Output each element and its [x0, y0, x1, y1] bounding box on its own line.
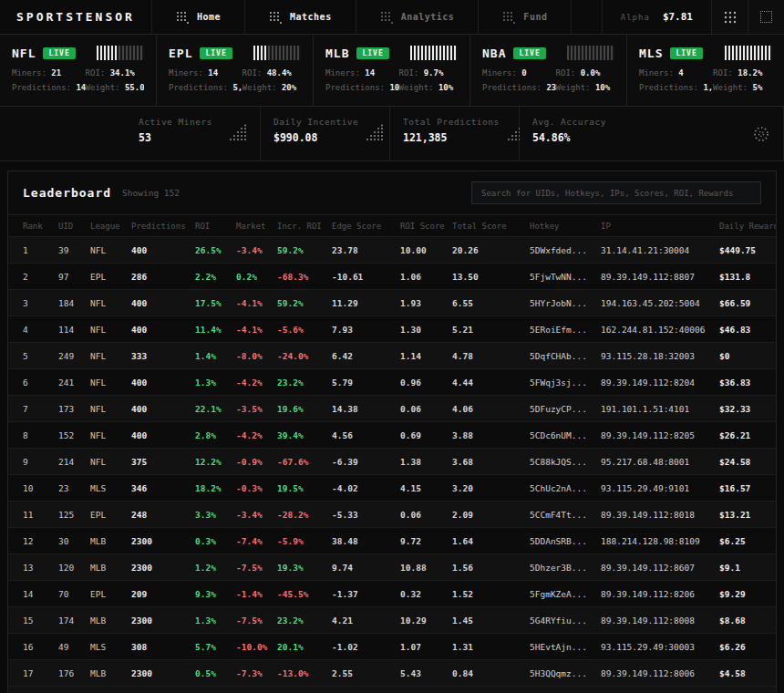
- cell-market: -7.5%: [236, 563, 277, 573]
- table-row[interactable]: 11 125 EPL 248 3.3% -3.4% -28.2% -5.33 0…: [8, 501, 776, 527]
- column-header[interactable]: League: [90, 222, 131, 231]
- league-card: EPL LIVE Miners: 14 ROI: 48.4% Predictio…: [157, 35, 314, 106]
- cell-total-score: 2.09: [452, 510, 530, 520]
- table-row[interactable]: 6 241 NFL 400 1.3% -4.2% 23.2% 5.79 0.96…: [8, 368, 776, 395]
- league-predictions: Predictions: 100,267: [325, 83, 399, 92]
- table-row[interactable]: 8 152 NFL 400 2.8% -4.2% 39.4% 4.56 0.69…: [8, 421, 776, 448]
- league-card: NBA LIVE Miners: 0 ROI: 0.0% Predictions…: [470, 35, 627, 106]
- cell-hotkey: 5HYrJobN...: [530, 298, 601, 308]
- nav-tab[interactable]: Home: [152, 0, 245, 34]
- frame-select-button[interactable]: [748, 0, 784, 34]
- cell-market: -4.2%: [236, 378, 277, 388]
- nav-tab[interactable]: Fund: [479, 0, 572, 34]
- table-row[interactable]: 10 23 MLS 346 18.2% -0.3% 19.5% -4.02 4.…: [8, 474, 776, 501]
- dots-grid-icon: [724, 11, 737, 24]
- table-row[interactable]: 2 97 EPL 286 2.2% 0.2% -68.3% -10.61 1.0…: [8, 263, 776, 289]
- nav-tab[interactable]: Matches: [245, 0, 356, 34]
- nav-tab-label: Fund: [523, 12, 547, 22]
- cell-ip: 93.115.29.49:30003: [601, 642, 719, 652]
- cell-hotkey: 5CCmF4Tt...: [530, 510, 601, 520]
- cell-edge-score: 4.56: [332, 430, 400, 440]
- column-header[interactable]: Daily Reward: [719, 222, 776, 231]
- cell-incr-roi: 23.2%: [277, 615, 332, 626]
- summary-stat-value: 54.86%: [532, 131, 606, 144]
- cell-uid: 120: [58, 563, 90, 573]
- cell-market: -0.9%: [236, 457, 277, 467]
- table-row[interactable]: 3 184 NFL 400 17.5% -4.1% 59.2% 11.29 1.…: [8, 289, 776, 315]
- column-header[interactable]: Hotkey: [530, 222, 601, 231]
- cell-market: -3.4%: [236, 510, 277, 520]
- column-header[interactable]: Total Score: [452, 222, 530, 231]
- cell-roi-score: 1.14: [400, 351, 452, 361]
- cell-league: NFL: [90, 298, 131, 308]
- cell-daily-reward: $16.57: [719, 483, 776, 493]
- column-header[interactable]: Market: [236, 222, 277, 231]
- cell-edge-score: -1.02: [332, 642, 400, 652]
- cell-roi: 12.2%: [195, 457, 236, 467]
- nav-tab-label: Analytics: [401, 12, 455, 22]
- table-row[interactable]: 15 174 MLB 2300 1.3% -7.5% 23.2% 4.21 10…: [8, 606, 776, 633]
- column-header[interactable]: IP: [601, 222, 719, 231]
- column-header[interactable]: ROI: [195, 222, 236, 231]
- table-row[interactable]: 7 173 NFL 400 22.1% -3.5% 19.6% 14.38 0.…: [8, 395, 776, 421]
- cell-incr-roi: 20.1%: [277, 642, 332, 652]
- table-row[interactable]: 4 114 NFL 400 11.4% -4.1% -5.6% 7.93 1.3…: [8, 315, 776, 342]
- cell-market: -0.3%: [236, 483, 277, 493]
- dot-grid-icon: [269, 11, 282, 24]
- cell-predictions: 346: [131, 483, 195, 493]
- table-row[interactable]: 14 70 EPL 209 9.3% -1.4% -45.5% -1.37 0.…: [8, 580, 776, 606]
- live-badge: LIVE: [356, 47, 388, 59]
- cell-incr-roi: 39.4%: [277, 430, 332, 440]
- leaderboard-search-input[interactable]: [471, 181, 761, 204]
- cell-incr-roi: -67.6%: [277, 457, 332, 467]
- column-header[interactable]: Edge Score: [332, 222, 400, 231]
- table-row[interactable]: 9 214 NFL 375 12.2% -0.9% -67.6% -6.39 1…: [8, 448, 776, 474]
- table-row[interactable]: 12 30 MLB 2300 0.3% -7.4% -5.9% 38.48 9.…: [8, 527, 776, 553]
- live-badge: LIVE: [670, 47, 702, 59]
- table-row[interactable]: 5 249 NFL 333 1.4% -8.0% -24.0% 6.42 1.1…: [8, 342, 776, 368]
- column-header[interactable]: UID: [58, 222, 90, 231]
- column-header[interactable]: Incr. ROI: [277, 222, 332, 231]
- grid-menu-button[interactable]: [711, 0, 748, 34]
- summary-stat-card: Daily Incentive $990.08: [261, 107, 390, 160]
- column-header[interactable]: ROI Score: [400, 222, 452, 231]
- table-row[interactable]: 16 49 MLS 308 5.7% -10.0% 20.1% -1.02 1.…: [8, 633, 776, 659]
- cell-market: 0.2%: [236, 272, 277, 282]
- cell-predictions: 375: [131, 457, 195, 467]
- cell-incr-roi: -5.9%: [277, 536, 332, 546]
- column-header[interactable]: Predictions: [131, 222, 195, 231]
- summary-stat-label: Active Miners: [139, 117, 212, 127]
- cell-predictions: 308: [131, 642, 195, 652]
- league-roi: ROI: 18.2%: [713, 68, 772, 78]
- alpha-price: Alpha $7.81: [602, 0, 711, 34]
- table-row[interactable]: 17 176 MLB 2300 0.5% -7.3% -13.0% 2.55 5…: [8, 659, 776, 686]
- nav-tab[interactable]: Analytics: [356, 0, 480, 34]
- cell-daily-reward: $13.21: [719, 510, 776, 520]
- cell-roi: 18.2%: [195, 483, 236, 493]
- table-row[interactable]: 13 120 MLB 2300 1.2% -7.5% 19.3% 9.74 10…: [8, 553, 776, 580]
- cell-league: NFL: [90, 457, 131, 467]
- table-header-row: Rank UID League Predictions ROI Market I…: [8, 214, 776, 236]
- table-row[interactable]: 1 39 NFL 400 26.5% -3.4% 59.2% 23.78 10.…: [8, 236, 776, 263]
- cell-uid: 23: [58, 483, 90, 493]
- cell-roi-score: 10.29: [400, 615, 452, 626]
- cell-ip: 162.244.81.152:40006: [601, 325, 719, 335]
- cell-market: -3.4%: [236, 245, 277, 255]
- cell-total-score: 3.20: [452, 483, 530, 493]
- cell-edge-score: 14.38: [332, 404, 400, 414]
- cell-uid: 249: [58, 351, 90, 361]
- cell-rank: 1: [23, 245, 58, 255]
- cell-uid: 39: [58, 245, 90, 255]
- league-weight: Weight: 20%: [242, 83, 301, 92]
- cell-market: -7.5%: [236, 615, 277, 626]
- cell-hotkey: 5C88kJQS...: [530, 457, 601, 467]
- column-header[interactable]: Rank: [23, 222, 58, 231]
- nav-tab-label: Home: [197, 12, 221, 22]
- cell-league: NFL: [90, 378, 131, 388]
- cell-league: MLB: [90, 563, 131, 573]
- cell-edge-score: 23.78: [332, 245, 400, 255]
- league-name: NBA: [482, 47, 506, 60]
- cell-uid: 173: [58, 404, 90, 414]
- cell-ip: 89.39.149.112:8008: [601, 615, 719, 626]
- cell-total-score: 6.55: [452, 298, 530, 308]
